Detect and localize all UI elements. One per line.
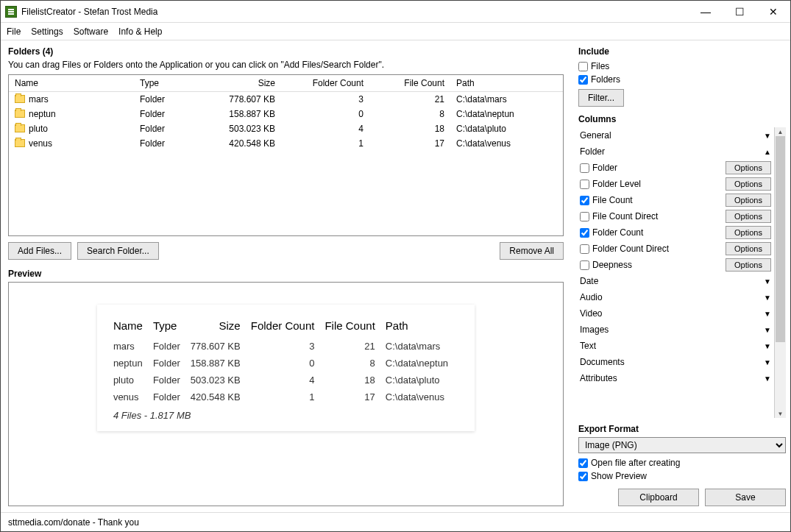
preview-row: venusFolder420.548 KB117C:\data\venus <box>113 389 458 405</box>
column-option: File CountOptions <box>578 192 773 208</box>
column-category[interactable]: Attributes▼ <box>578 370 773 386</box>
column-category[interactable]: General▼ <box>578 127 773 143</box>
columns-scrollbar[interactable]: ▲ ▼ <box>774 127 786 418</box>
col-file-count[interactable]: File Count <box>369 75 450 92</box>
table-row[interactable]: venusFolder420.548 KB117C:\data\venus <box>9 136 563 151</box>
status-text: sttmedia.com/donate - Thank you <box>8 517 139 528</box>
column-option-checkbox[interactable]: Deepness <box>580 260 632 270</box>
col-name[interactable]: Name <box>9 75 134 92</box>
folder-icon <box>15 139 25 147</box>
column-option: DeepnessOptions <box>578 257 773 273</box>
export-format-select[interactable]: Image (PNG) <box>578 437 786 453</box>
svg-rect-2 <box>8 13 14 15</box>
preview-summary: 4 Files - 1.817 MB <box>113 405 458 421</box>
show-preview-checkbox[interactable]: Show Preview <box>578 471 786 481</box>
export-title: Export Format <box>578 424 786 434</box>
options-button[interactable]: Options <box>726 258 771 272</box>
column-option: FolderOptions <box>578 160 773 176</box>
column-option: Folder LevelOptions <box>578 176 773 192</box>
file-table[interactable]: Name Type Size Folder Count File Count P… <box>8 74 564 236</box>
preview-label: Preview <box>8 269 564 279</box>
column-option-checkbox[interactable]: Folder <box>580 163 617 173</box>
chevron-up-icon: ▲ <box>764 148 771 156</box>
options-button[interactable]: Options <box>726 242 771 255</box>
filter-button[interactable]: Filter... <box>578 89 624 107</box>
chevron-down-icon: ▼ <box>764 132 771 140</box>
columns-title: Columns <box>578 114 786 124</box>
svg-rect-0 <box>8 9 14 10</box>
search-folder-button[interactable]: Search Folder... <box>77 242 159 260</box>
column-category[interactable]: Documents▼ <box>578 354 773 370</box>
statusbar: sttmedia.com/donate - Thank you <box>1 512 790 531</box>
column-option: Folder CountOptions <box>578 224 773 241</box>
menu-info-help[interactable]: Info & Help <box>118 26 162 37</box>
column-category[interactable]: Text▼ <box>578 338 773 354</box>
include-files-checkbox[interactable]: Files <box>578 61 786 71</box>
folders-hint: You can drag Files or Folders onto the A… <box>8 60 564 70</box>
include-title: Include <box>578 46 786 57</box>
chevron-down-icon: ▼ <box>764 342 771 350</box>
column-option-checkbox[interactable]: Folder Level <box>580 179 641 189</box>
open-after-checkbox[interactable]: Open file after creating <box>578 458 786 468</box>
close-button[interactable]: ✕ <box>756 1 790 22</box>
folder-icon <box>15 110 25 118</box>
options-button[interactable]: Options <box>726 161 771 174</box>
col-size[interactable]: Size <box>200 75 281 92</box>
chevron-down-icon: ▼ <box>764 358 771 366</box>
chevron-down-icon: ▼ <box>764 326 771 334</box>
clipboard-button[interactable]: Clipboard <box>618 489 699 506</box>
column-option: Folder Count DirectOptions <box>578 241 773 257</box>
app-icon <box>5 6 17 18</box>
folder-icon <box>15 124 25 132</box>
column-category[interactable]: Date▼ <box>578 273 773 289</box>
menu-settings[interactable]: Settings <box>31 26 63 37</box>
column-category[interactable]: Audio▼ <box>578 289 773 305</box>
preview-box: ✓ 安下载 anxz.com Name Type Size Folder Cou… <box>8 282 564 506</box>
preview-row: plutoFolder503.023 KB418C:\data\pluto <box>113 372 458 389</box>
column-option-checkbox[interactable]: Folder Count <box>580 227 643 238</box>
col-type[interactable]: Type <box>134 75 200 92</box>
folder-icon <box>15 95 25 103</box>
col-path[interactable]: Path <box>450 75 563 92</box>
preview-row: neptunFolder158.887 KB08C:\data\neptun <box>113 355 458 372</box>
remove-all-button[interactable]: Remove All <box>500 242 564 260</box>
table-row[interactable]: marsFolder778.607 KB321C:\data\mars <box>9 92 563 107</box>
table-row[interactable]: neptunFolder158.887 KB08C:\data\neptun <box>9 107 563 121</box>
scroll-up-icon[interactable]: ▲ <box>775 127 786 136</box>
chevron-down-icon: ▼ <box>764 294 771 302</box>
window-title: FilelistCreator - Stefan Trost Media <box>21 7 689 17</box>
menubar: File Settings Software Info & Help <box>1 23 790 40</box>
column-option-checkbox[interactable]: Folder Count Direct <box>580 244 669 254</box>
options-button[interactable]: Options <box>726 177 771 191</box>
menu-file[interactable]: File <box>7 26 21 37</box>
save-button[interactable]: Save <box>705 489 786 506</box>
table-row[interactable]: plutoFolder503.023 KB418C:\data\pluto <box>9 121 563 136</box>
folders-title: Folders (4) <box>8 46 564 57</box>
chevron-down-icon: ▼ <box>764 310 771 318</box>
column-category[interactable]: Video▼ <box>578 305 773 322</box>
titlebar: FilelistCreator - Stefan Trost Media — ☐… <box>1 1 790 23</box>
column-option: File Count DirectOptions <box>578 208 773 224</box>
column-option-checkbox[interactable]: File Count Direct <box>580 211 658 221</box>
options-button[interactable]: Options <box>726 226 771 239</box>
column-option-checkbox[interactable]: File Count <box>580 195 633 205</box>
column-category[interactable]: Images▼ <box>578 322 773 338</box>
chevron-down-icon: ▼ <box>764 277 771 285</box>
add-files-button[interactable]: Add Files... <box>8 242 71 260</box>
maximize-button[interactable]: ☐ <box>723 1 756 22</box>
options-button[interactable]: Options <box>726 194 771 207</box>
include-folders-checkbox[interactable]: Folders <box>578 74 786 85</box>
column-category[interactable]: Folder▲ <box>578 143 773 160</box>
minimize-button[interactable]: — <box>689 1 723 22</box>
chevron-down-icon: ▼ <box>764 375 771 383</box>
scroll-thumb[interactable] <box>776 136 785 342</box>
col-folder-count[interactable]: Folder Count <box>281 75 369 92</box>
options-button[interactable]: Options <box>726 210 771 223</box>
scroll-down-icon[interactable]: ▼ <box>775 409 786 418</box>
menu-software[interactable]: Software <box>74 26 108 37</box>
svg-rect-1 <box>8 11 14 13</box>
preview-row: marsFolder778.607 KB321C:\data\mars <box>113 338 458 355</box>
